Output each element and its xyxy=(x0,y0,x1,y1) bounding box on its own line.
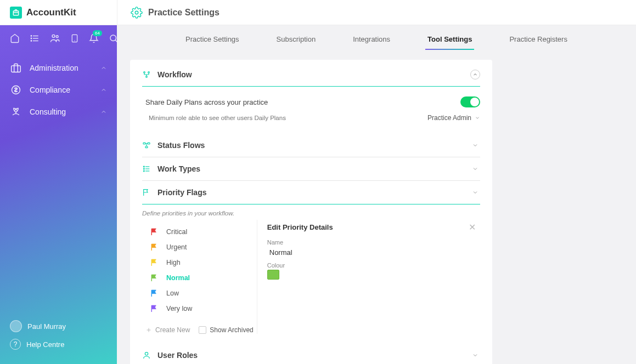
section-user-roles[interactable]: User Roles xyxy=(142,344,480,364)
svg-rect-11 xyxy=(72,35,77,42)
logo-area[interactable]: AccountKit xyxy=(0,7,117,19)
min-role-dropdown[interactable]: Practice Admin xyxy=(427,114,480,122)
user-profile[interactable]: Paul Murray xyxy=(10,317,107,335)
priority-item[interactable]: Very low xyxy=(142,301,252,316)
edit-panel-title: Edit Priority Details xyxy=(267,223,470,239)
priority-item[interactable]: Low xyxy=(142,286,252,301)
help-link[interactable]: ? Help Centre xyxy=(10,335,107,353)
setting-min-role: Minimum role able to see other users Dai… xyxy=(142,111,480,125)
list-icon[interactable] xyxy=(30,33,40,44)
sidebar-item-administration[interactable]: Administration xyxy=(0,57,117,79)
priority-label: Low xyxy=(166,289,179,297)
collapse-icon[interactable] xyxy=(470,70,480,79)
tab-practice-registers[interactable]: Practice Registers xyxy=(507,32,569,50)
svg-point-9 xyxy=(52,35,55,37)
device-icon[interactable] xyxy=(70,33,79,44)
create-new-button[interactable]: Create New xyxy=(145,326,190,334)
flag-icon xyxy=(150,274,159,282)
user-icon xyxy=(142,351,152,360)
svg-point-26 xyxy=(143,166,144,167)
tab-tool-settings[interactable]: Tool Settings xyxy=(425,32,474,50)
chevron-down-icon xyxy=(470,187,480,197)
svg-point-8 xyxy=(31,41,32,42)
setting-label: Minimum role able to see other users Dai… xyxy=(149,115,286,121)
svg-rect-22 xyxy=(145,146,148,148)
colour-label: Colour xyxy=(267,262,470,270)
tab-integrations[interactable]: Integrations xyxy=(351,32,392,50)
section-status-flows[interactable]: Status Flows xyxy=(142,134,480,157)
section-priority-flags[interactable]: Priority Flags xyxy=(142,181,480,204)
priority-description: Define priorities in your workflow. xyxy=(142,204,480,220)
flag-icon xyxy=(150,243,159,252)
dollar-circle-icon xyxy=(10,84,22,95)
section-title: User Roles xyxy=(157,351,198,360)
tab-subscription[interactable]: Subscription xyxy=(274,32,318,50)
chevron-up-icon xyxy=(100,87,107,93)
checkbox-icon xyxy=(199,326,206,334)
tab-practice-settings[interactable]: Practice Settings xyxy=(183,32,241,50)
hands-plant-icon xyxy=(10,106,22,117)
svg-point-2 xyxy=(135,11,138,14)
section-title: Status Flows xyxy=(157,141,205,150)
priority-item[interactable]: High xyxy=(142,255,252,270)
flag-icon xyxy=(150,258,159,267)
settings-gear-icon xyxy=(131,7,143,19)
svg-point-6 xyxy=(31,36,32,37)
sidebar-item-compliance[interactable]: Compliance xyxy=(0,79,117,101)
svg-rect-21 xyxy=(148,143,150,144)
svg-rect-0 xyxy=(13,11,18,15)
bell-icon[interactable]: 64 xyxy=(89,33,99,44)
svg-point-18 xyxy=(148,72,150,73)
tabs: Practice Settings Subscription Integrati… xyxy=(117,25,636,50)
priority-label: Urgent xyxy=(166,243,187,251)
chevron-down-icon xyxy=(470,350,480,360)
priority-item[interactable]: Urgent xyxy=(142,240,252,255)
flow-icon xyxy=(142,141,152,150)
list-check-icon xyxy=(142,164,152,173)
svg-line-14 xyxy=(115,40,117,42)
settings-panel: Workflow Share Daily Plans across your p… xyxy=(130,60,492,364)
sidebar-item-label: Consulting xyxy=(30,107,66,116)
priority-item[interactable]: Normal xyxy=(142,270,252,286)
share-toggle[interactable] xyxy=(460,96,480,107)
header: AccountKit Practice Settings xyxy=(0,0,636,25)
colour-picker[interactable] xyxy=(267,270,279,280)
svg-point-27 xyxy=(143,168,144,169)
section-title: Priority Flags xyxy=(157,188,206,197)
sidebar-menu: Administration Compliance Consulting xyxy=(0,52,117,128)
show-archived-checkbox[interactable]: Show Archived xyxy=(199,326,253,334)
people-icon[interactable] xyxy=(49,33,60,44)
priority-item[interactable]: Critical xyxy=(142,224,252,240)
section-title: Workflow xyxy=(157,70,192,79)
setting-label: Share Daily Plans across your practice xyxy=(145,98,268,106)
avatar-icon xyxy=(10,320,22,332)
svg-point-7 xyxy=(31,38,32,39)
flag-icon xyxy=(150,289,159,298)
sidebar-item-consulting[interactable]: Consulting xyxy=(0,101,117,123)
search-icon[interactable] xyxy=(109,33,119,44)
help-icon: ? xyxy=(10,339,21,350)
section-workflow[interactable]: Workflow xyxy=(142,63,480,87)
priority-label: Very low xyxy=(166,305,192,312)
notification-badge: 64 xyxy=(93,30,102,36)
main-content: Practice Settings Subscription Integrati… xyxy=(117,0,636,364)
svg-point-37 xyxy=(145,352,148,355)
section-work-types[interactable]: Work Types xyxy=(142,157,480,181)
priority-label: Critical xyxy=(166,228,187,236)
sidebar-item-label: Compliance xyxy=(30,86,70,94)
brand-name: AccountKit xyxy=(26,7,76,18)
name-input[interactable]: Normal xyxy=(267,247,470,262)
home-icon[interactable] xyxy=(10,33,20,44)
flag-icon xyxy=(142,188,152,197)
page-title: Practice Settings xyxy=(148,8,219,18)
logo-icon xyxy=(10,7,22,19)
help-label: Help Centre xyxy=(26,340,64,349)
chevron-down-icon xyxy=(470,164,480,174)
setting-share-plans: Share Daily Plans across your practice xyxy=(142,93,480,111)
priority-list: CriticalUrgentHighNormalLowVery low xyxy=(142,220,252,321)
flag-icon xyxy=(150,304,159,313)
close-icon[interactable]: ✕ xyxy=(469,222,476,232)
svg-point-19 xyxy=(146,76,148,78)
svg-rect-15 xyxy=(12,66,21,72)
svg-rect-20 xyxy=(143,143,145,144)
